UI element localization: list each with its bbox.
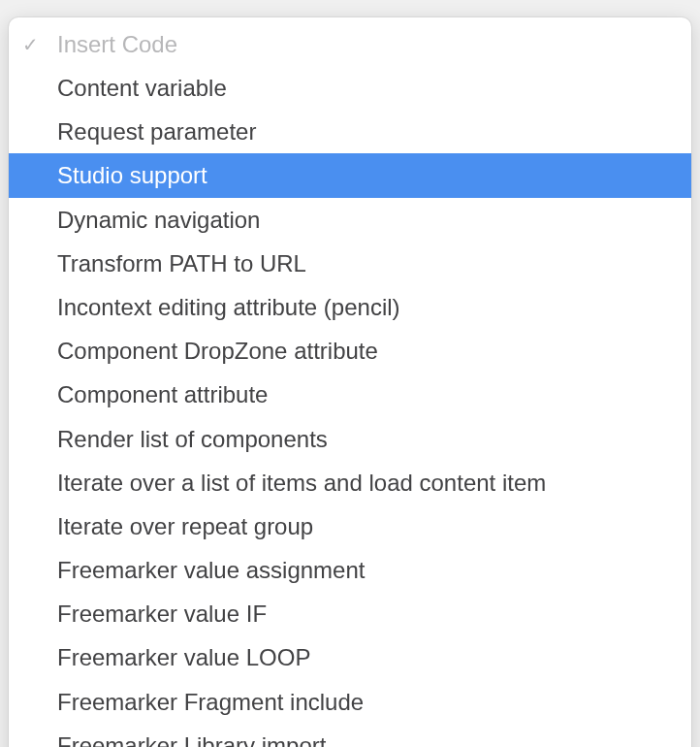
menu-item[interactable]: Component attribute [9,373,691,416]
menu-item-label: Iterate over a list of items and load co… [57,465,546,501]
menu-item[interactable]: Render list of components [9,417,691,461]
menu-item[interactable]: Component DropZone attribute [9,329,691,373]
menu-item-label: Content variable [57,70,227,106]
menu-item-label: Dynamic navigation [57,202,260,238]
menu-item[interactable]: Studio support [9,153,691,197]
menu-item-label: Freemarker Fragment include [57,684,364,720]
menu-item[interactable]: Incontext editing attribute (pencil) [9,285,691,329]
menu-header: ✓ Insert Code [9,23,691,66]
menu-item-label: Freemarker Library import [57,728,326,747]
menu-item-label: Freemarker value LOOP [57,639,310,675]
menu-item-label: Component DropZone attribute [57,333,378,369]
menu-item[interactable]: Freemarker value LOOP [9,635,691,679]
menu-item[interactable]: Dynamic navigation [9,198,691,242]
menu-item-label: Request parameter [57,114,256,149]
menu-header-label: Insert Code [57,27,177,62]
menu-item-label: Component attribute [57,376,268,412]
menu-item[interactable]: Freemarker value assignment [9,548,691,592]
insert-code-dropdown: ✓ Insert Code Content variableRequest pa… [9,17,691,747]
menu-items-container: Content variableRequest parameterStudio … [9,66,691,747]
menu-item-label: Studio support [57,157,207,193]
menu-item[interactable]: Freemarker Fragment include [9,680,691,724]
menu-item-label: Freemarker value assignment [57,552,365,588]
menu-item[interactable]: Iterate over repeat group [9,504,691,548]
checkmark-icon: ✓ [22,30,57,59]
menu-item-label: Transform PATH to URL [57,245,306,281]
menu-item-label: Freemarker value IF [57,596,267,632]
menu-item[interactable]: Transform PATH to URL [9,242,691,285]
menu-item-label: Iterate over repeat group [57,508,313,544]
menu-item[interactable]: Freemarker Library import [9,724,691,747]
menu-item-label: Incontext editing attribute (pencil) [57,289,400,325]
menu-item[interactable]: Request parameter [9,110,691,153]
menu-item-label: Render list of components [57,421,328,457]
menu-item[interactable]: Iterate over a list of items and load co… [9,461,691,504]
menu-item[interactable]: Freemarker value IF [9,592,691,635]
menu-item[interactable]: Content variable [9,66,691,110]
